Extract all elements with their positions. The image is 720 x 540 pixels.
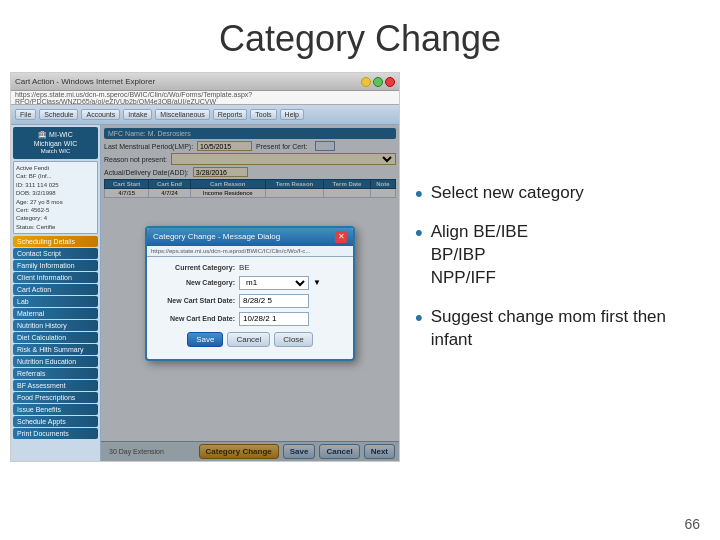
logo-line3: Match WIC [15, 148, 96, 156]
dialog-buttons: Save Cancel Close [155, 332, 345, 353]
dialog-save-button[interactable]: Save [187, 332, 223, 347]
dialog-close-btn2[interactable]: Close [274, 332, 312, 347]
window-controls[interactable] [361, 77, 395, 87]
sidebar-item-benefits[interactable]: Issue Benefits [13, 404, 98, 415]
sidebar-item-referrals[interactable]: Referrals [13, 368, 98, 379]
browser-titlebar: Cart Action - Windows Internet Explorer [11, 73, 399, 91]
sidebar-item-family[interactable]: Family Information [13, 260, 98, 271]
url-text: https://eps.state.mi.us/dcn-m.speroc/BWI… [15, 91, 395, 105]
bullet-item-3: • Suggest change mom first then infant [415, 306, 705, 352]
client-info-panel: Active Fendi Cat: BF (Inf... ID: 311 114… [13, 161, 98, 234]
new-cart-end-input[interactable] [239, 312, 309, 326]
sidebar-item-food[interactable]: Food Prescriptions [13, 392, 98, 403]
toolbar-reports[interactable]: Reports [213, 109, 248, 120]
bullet-icon-3: • [415, 307, 423, 329]
bullet-text-2: Align BE/IBEBP/IBPNPP/IFF [431, 221, 528, 290]
toolbar-intake[interactable]: Intake [123, 109, 152, 120]
dropdown-arrow-icon: ▼ [313, 278, 321, 287]
category-change-dialog: Category Change - Message Dialog ✕ https… [145, 226, 355, 361]
bullet-text-3: Suggest change mom first then infant [431, 306, 705, 352]
client-status: Status: Certifie [16, 223, 95, 231]
new-cart-end-label: New Cart End Date: [155, 315, 235, 322]
page-title: Category Change [0, 0, 720, 72]
logo-line1: 🏥 MI-WIC [15, 130, 96, 139]
dialog-titlebar: Category Change - Message Dialog ✕ [147, 228, 353, 246]
client-cat: Cat: BF (Inf... [16, 172, 95, 180]
dialog-title: Category Change - Message Dialog [153, 232, 280, 241]
sidebar-item-print[interactable]: Print Documents [13, 428, 98, 439]
minimize-button[interactable] [361, 77, 371, 87]
client-id: ID: 311 114 025 [16, 181, 95, 189]
bullet-icon-2: • [415, 222, 423, 244]
client-category: Category: 4 [16, 214, 95, 222]
app-sidebar: 🏥 MI-WIC Michigan WIC Match WIC Active F… [11, 125, 101, 461]
sidebar-item-bf[interactable]: BF Assessment [13, 380, 98, 391]
dialog-close-button[interactable]: ✕ [335, 231, 347, 243]
sidebar-item-lab[interactable]: Lab [13, 296, 98, 307]
current-category-row: Current Category: BE [155, 263, 345, 272]
toolbar-accounts[interactable]: Accounts [81, 109, 120, 120]
sidebar-item-diet[interactable]: Diet Calculation [13, 332, 98, 343]
toolbar-tools[interactable]: Tools [250, 109, 276, 120]
app-main: 🏥 MI-WIC Michigan WIC Match WIC Active F… [11, 125, 399, 461]
client-age: Age: 27 yo 8 mos [16, 198, 95, 206]
sidebar-item-cart[interactable]: Cart Action [13, 284, 98, 295]
dialog-urlbar: https://eps.state.mi.us/dcn-m.eprod/BWIC… [147, 246, 353, 257]
sidebar-item-nutrition-history[interactable]: Nutrition History [13, 320, 98, 331]
toolbar-file[interactable]: File [15, 109, 36, 120]
client-dob: DOB: 3/2/1998 [16, 189, 95, 197]
app-screenshot: Cart Action - Windows Internet Explorer … [10, 72, 400, 462]
new-cart-end-row: New Cart End Date: [155, 312, 345, 326]
new-category-label: New Category: [155, 279, 235, 286]
app-content: File Schedule Accounts Intake Miscellane… [11, 105, 399, 461]
sidebar-item-maternal[interactable]: Maternal [13, 308, 98, 319]
logo-line2: Michigan WIC [15, 139, 96, 148]
bullet-item-2: • Align BE/IBEBP/IBPNPP/IFF [415, 221, 705, 290]
dialog-overlay: Category Change - Message Dialog ✕ https… [101, 125, 399, 461]
maximize-button[interactable] [373, 77, 383, 87]
app-toolbar: File Schedule Accounts Intake Miscellane… [11, 105, 399, 125]
current-category-label: Current Category: [155, 264, 235, 271]
bullet-item-1: • Select new category [415, 182, 705, 205]
bullet-points-panel: • Select new category • Align BE/IBEBP/I… [410, 72, 710, 462]
client-cert: Cert: 4562-5 [16, 206, 95, 214]
bullet-icon-1: • [415, 183, 423, 205]
sidebar-item-contact[interactable]: Contact Script [13, 248, 98, 259]
app-panel: MFC Name: M. Desrosiers Last Menstrual P… [101, 125, 399, 461]
toolbar-schedule[interactable]: Schedule [39, 109, 78, 120]
sidebar-item-scheduling[interactable]: Scheduling Details [13, 236, 98, 247]
browser-title: Cart Action - Windows Internet Explorer [15, 77, 155, 86]
dialog-cancel-button[interactable]: Cancel [227, 332, 270, 347]
address-bar[interactable]: https://eps.state.mi.us/dcn-m.speroc/BWI… [11, 91, 399, 105]
sidebar-item-risk[interactable]: Risk & Hlth Summary [13, 344, 98, 355]
close-button[interactable] [385, 77, 395, 87]
sidebar-item-client[interactable]: Client Information [13, 272, 98, 283]
sidebar-logo: 🏥 MI-WIC Michigan WIC Match WIC [13, 127, 98, 159]
new-cart-start-row: New Cart Start Date: [155, 294, 345, 308]
dialog-body: Current Category: BE New Category: m1 BE… [147, 257, 353, 359]
page-number: 66 [684, 516, 700, 532]
client-name: Active Fendi [16, 164, 95, 172]
current-category-value: BE [239, 263, 250, 272]
sidebar-item-appts[interactable]: Schedule Appts [13, 416, 98, 427]
new-cart-start-label: New Cart Start Date: [155, 297, 235, 304]
new-category-select[interactable]: m1 BE BP NPP IFF [239, 276, 309, 290]
new-cart-start-input[interactable] [239, 294, 309, 308]
toolbar-help[interactable]: Help [280, 109, 304, 120]
toolbar-misc[interactable]: Miscellaneous [155, 109, 209, 120]
new-category-row: New Category: m1 BE BP NPP IFF ▼ [155, 276, 345, 290]
dialog-url: https://eps.state.mi.us/dcn-m.eprod/BWIC… [151, 248, 310, 254]
bullet-text-1: Select new category [431, 182, 584, 205]
sidebar-item-nutrition-ed[interactable]: Nutrition Education [13, 356, 98, 367]
